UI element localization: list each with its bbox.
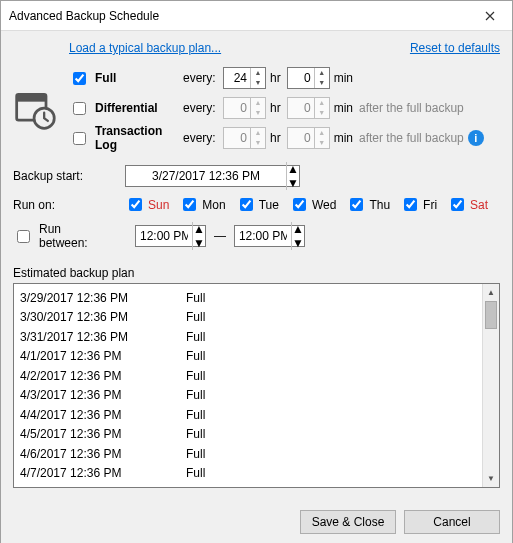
- tlog-min-stepper[interactable]: ▲▼: [287, 127, 330, 149]
- up-arrow-icon: ▲: [315, 128, 329, 138]
- reset-defaults-link[interactable]: Reset to defaults: [410, 41, 500, 55]
- day-checkbox[interactable]: [129, 198, 142, 211]
- down-arrow-icon: ▼: [315, 108, 329, 118]
- estimated-plan-box: 3/29/2017 12:36 PMFull3/30/2017 12:36 PM…: [13, 283, 500, 488]
- day-fri[interactable]: Fri: [400, 195, 437, 214]
- days-group: SunMonTueWedThuFriSat: [125, 195, 488, 214]
- save-close-button[interactable]: Save & Close: [300, 510, 396, 534]
- plan-type: Full: [186, 427, 205, 441]
- plan-datetime: 3/31/2017 12:36 PM: [20, 330, 186, 344]
- diff-hr-stepper[interactable]: ▲▼: [223, 97, 266, 119]
- day-checkbox[interactable]: [404, 198, 417, 211]
- up-arrow-icon[interactable]: ▲: [251, 68, 265, 78]
- down-arrow-icon[interactable]: ▼: [292, 236, 304, 250]
- day-sun[interactable]: Sun: [125, 195, 169, 214]
- plan-row[interactable]: 4/1/2017 12:36 PMFull: [20, 347, 482, 367]
- plan-row[interactable]: 4/4/2017 12:36 PMFull: [20, 405, 482, 425]
- min-unit: min: [334, 101, 353, 115]
- down-arrow-icon[interactable]: ▼: [315, 78, 329, 88]
- plan-type: Full: [186, 349, 205, 363]
- day-label: Thu: [369, 198, 390, 212]
- tlog-hr-stepper[interactable]: ▲▼: [223, 127, 266, 149]
- plan-row[interactable]: 3/29/2017 12:36 PMFull: [20, 288, 482, 308]
- every-label: every:: [183, 71, 223, 85]
- plan-type: Full: [186, 408, 205, 422]
- down-arrow-icon[interactable]: ▼: [251, 78, 265, 88]
- down-arrow-icon[interactable]: ▼: [287, 176, 299, 190]
- backup-start-field[interactable]: ▲▼: [125, 165, 300, 187]
- tlog-suffix: after the full backup: [359, 131, 464, 145]
- scroll-up-icon[interactable]: ▲: [483, 284, 499, 301]
- dialog-content: Load a typical backup plan... Reset to d…: [1, 31, 512, 500]
- day-label: Fri: [423, 198, 437, 212]
- plan-type: Full: [186, 369, 205, 383]
- day-label: Wed: [312, 198, 336, 212]
- down-arrow-icon[interactable]: ▼: [193, 236, 205, 250]
- up-arrow-icon[interactable]: ▲: [292, 222, 304, 236]
- full-min-stepper[interactable]: ▲▼: [287, 67, 330, 89]
- day-wed[interactable]: Wed: [289, 195, 336, 214]
- plan-type: Full: [186, 388, 205, 402]
- plan-type: Full: [186, 310, 205, 324]
- plan-row[interactable]: 4/5/2017 12:36 PMFull: [20, 425, 482, 445]
- plan-datetime: 3/30/2017 12:36 PM: [20, 310, 186, 324]
- plan-type: Full: [186, 291, 205, 305]
- plan-row[interactable]: 3/30/2017 12:36 PMFull: [20, 308, 482, 328]
- day-checkbox[interactable]: [451, 198, 464, 211]
- differential-label: Differential: [95, 101, 158, 115]
- close-button[interactable]: [467, 1, 512, 31]
- scrollbar[interactable]: ▲ ▼: [482, 284, 499, 487]
- down-arrow-icon: ▼: [251, 108, 265, 118]
- info-icon[interactable]: i: [468, 130, 484, 146]
- estimated-plan-label: Estimated backup plan: [13, 266, 500, 280]
- up-arrow-icon[interactable]: ▲: [287, 162, 299, 176]
- day-tue[interactable]: Tue: [236, 195, 279, 214]
- day-checkbox[interactable]: [183, 198, 196, 211]
- plan-datetime: 4/4/2017 12:36 PM: [20, 408, 186, 422]
- plan-datetime: 3/29/2017 12:36 PM: [20, 291, 186, 305]
- scrollbar-thumb[interactable]: [485, 301, 497, 329]
- down-arrow-icon: ▼: [315, 138, 329, 148]
- plan-datetime: 4/3/2017 12:36 PM: [20, 388, 186, 402]
- plan-row[interactable]: 3/31/2017 12:36 PMFull: [20, 327, 482, 347]
- run-between-from[interactable]: ▲▼: [135, 225, 206, 247]
- differential-checkbox[interactable]: [73, 102, 86, 115]
- diff-suffix: after the full backup: [359, 101, 464, 115]
- hr-unit: hr: [270, 101, 281, 115]
- up-arrow-icon: ▲: [251, 128, 265, 138]
- run-between-to[interactable]: ▲▼: [234, 225, 305, 247]
- every-label: every:: [183, 131, 223, 145]
- day-sat[interactable]: Sat: [447, 195, 488, 214]
- day-mon[interactable]: Mon: [179, 195, 225, 214]
- up-arrow-icon[interactable]: ▲: [193, 222, 205, 236]
- cancel-button[interactable]: Cancel: [404, 510, 500, 534]
- up-arrow-icon[interactable]: ▲: [315, 68, 329, 78]
- plan-datetime: 4/7/2017 12:36 PM: [20, 466, 186, 480]
- run-between-checkbox[interactable]: [17, 230, 30, 243]
- day-label: Tue: [259, 198, 279, 212]
- scroll-down-icon[interactable]: ▼: [483, 470, 499, 487]
- full-checkbox[interactable]: [73, 72, 86, 85]
- plan-row[interactable]: 4/2/2017 12:36 PMFull: [20, 366, 482, 386]
- plan-datetime: 4/2/2017 12:36 PM: [20, 369, 186, 383]
- full-hr-stepper[interactable]: ▲▼: [223, 67, 266, 89]
- plan-list[interactable]: 3/29/2017 12:36 PMFull3/30/2017 12:36 PM…: [14, 284, 482, 487]
- tlog-label: Transaction Log: [95, 124, 183, 152]
- day-checkbox[interactable]: [293, 198, 306, 211]
- day-checkbox[interactable]: [240, 198, 253, 211]
- plan-datetime: 4/5/2017 12:36 PM: [20, 427, 186, 441]
- diff-min-stepper[interactable]: ▲▼: [287, 97, 330, 119]
- tlog-checkbox[interactable]: [73, 132, 86, 145]
- day-thu[interactable]: Thu: [346, 195, 390, 214]
- titlebar: Advanced Backup Schedule: [1, 1, 512, 31]
- plan-row[interactable]: 4/3/2017 12:36 PMFull: [20, 386, 482, 406]
- day-label: Mon: [202, 198, 225, 212]
- plan-row[interactable]: 4/6/2017 12:36 PMFull: [20, 444, 482, 464]
- plan-row[interactable]: 4/7/2017 12:36 PMFull: [20, 464, 482, 484]
- down-arrow-icon: ▼: [251, 138, 265, 148]
- day-checkbox[interactable]: [350, 198, 363, 211]
- tlog-backup-row: Transaction Log every: ▲▼ hr ▲▼ min afte…: [69, 123, 500, 153]
- run-between-label: Run between:: [39, 222, 113, 250]
- plan-type: Full: [186, 330, 205, 344]
- load-plan-link[interactable]: Load a typical backup plan...: [69, 41, 221, 55]
